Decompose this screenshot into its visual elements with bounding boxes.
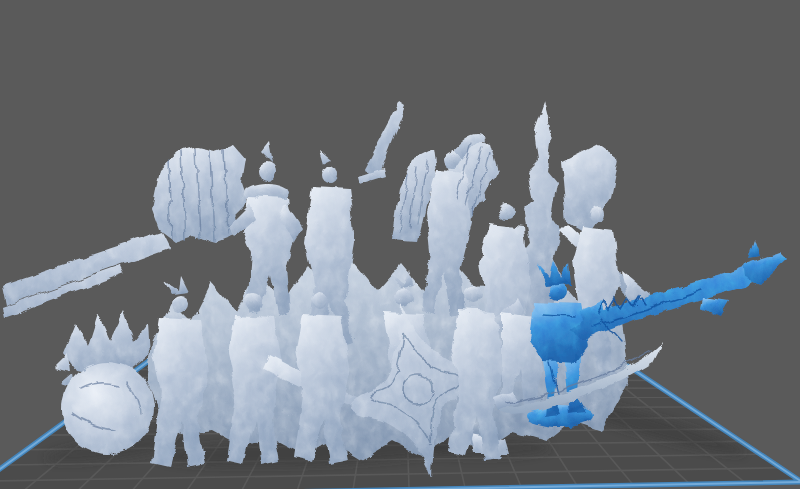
slicer-3d-viewport[interactable] <box>0 0 800 489</box>
viewport-canvas[interactable] <box>0 0 800 489</box>
